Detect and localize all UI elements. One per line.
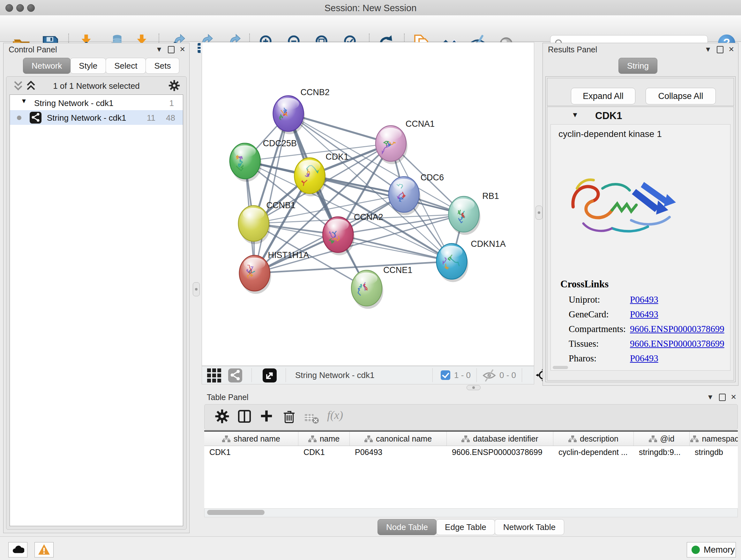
network-node-CDKN1A[interactable]: CDKN1A xyxy=(436,239,506,282)
crosslink-row: Tissues:9606.ENSP00000378699 xyxy=(551,338,730,353)
network-share-icon[interactable] xyxy=(228,368,242,382)
memory-button[interactable]: Memory xyxy=(687,542,736,557)
column-header-name[interactable]: name xyxy=(298,432,350,446)
tree-expander-icon[interactable]: ▼ xyxy=(21,98,27,105)
current-network-name: String Network - cdk1 xyxy=(295,370,375,380)
tab-network-table[interactable]: Network Table xyxy=(495,519,564,535)
node-label: CCNB1 xyxy=(266,200,295,210)
node-result-section: ▼ CDK1 cyclin-dependent kinase 1 CrossLi… xyxy=(547,107,734,381)
column-header-label: shared name xyxy=(233,434,280,443)
network-collection-label: String Network - cdk1 xyxy=(34,98,114,108)
create-column-icon[interactable] xyxy=(259,408,276,426)
table-cell[interactable]: stringdb xyxy=(690,446,738,459)
column-header-canonical-name[interactable]: canonical name xyxy=(350,432,447,446)
tab-edge-table[interactable]: Edge Table xyxy=(436,519,495,535)
node-label: CCNB2 xyxy=(300,87,329,97)
tab-network[interactable]: Network xyxy=(23,58,71,74)
network-edge[interactable] xyxy=(338,235,452,261)
float-panel-icon[interactable] xyxy=(717,46,724,53)
crosslink-row: GeneCard:P06493 xyxy=(551,309,730,324)
network-node-CDC6[interactable]: CDC6 xyxy=(389,173,444,215)
crosslink-row: Pharos:P06493 xyxy=(551,353,730,368)
node-result-header[interactable]: ▼ CDK1 xyxy=(547,107,734,124)
crosslink-label: Pharos: xyxy=(569,353,596,364)
tab-node-table[interactable]: Node Table xyxy=(378,519,436,535)
network-node-CCNB2[interactable]: CCNB2 xyxy=(273,87,330,134)
tab-sets[interactable]: Sets xyxy=(145,58,179,74)
warnings-button[interactable] xyxy=(35,542,54,557)
network-edge[interactable] xyxy=(255,114,288,273)
network-row-selected[interactable]: String Network - cdk1 11 48 xyxy=(10,110,183,125)
node-label: CCNE1 xyxy=(383,265,412,275)
bottom-splitter-handle[interactable] xyxy=(467,385,481,390)
node-label: CDC6 xyxy=(421,173,444,182)
show-columns-icon[interactable] xyxy=(237,408,254,426)
left-splitter-handle[interactable] xyxy=(193,282,200,296)
column-header-namespace[interactable]: namespace xyxy=(690,432,738,446)
collection-count: 1 xyxy=(170,98,174,108)
column-header-label: canonical name xyxy=(376,434,432,443)
table-cell[interactable]: stringdb:9... xyxy=(634,446,690,459)
table-row[interactable]: CDK1CDK1P064939606.ENSP00000378699cyclin… xyxy=(204,446,738,459)
grid-mode-icon[interactable] xyxy=(207,368,221,382)
collapse-all-button[interactable]: Collapse All xyxy=(646,88,716,105)
table-hscrollbar-thumb[interactable] xyxy=(207,510,265,515)
node-result-name: CDK1 xyxy=(595,110,622,122)
column-header-shared-name[interactable]: shared name xyxy=(204,432,298,446)
crosslink-link[interactable]: P06493 xyxy=(630,353,658,364)
expand-all-button[interactable]: Expand All xyxy=(571,88,635,105)
table-cell[interactable]: 9606.ENSP00000378699 xyxy=(447,446,553,459)
window-title: Session: New Session xyxy=(0,3,741,13)
close-panel-icon[interactable]: ✕ xyxy=(180,46,185,53)
control-panel-title: Control Panel xyxy=(9,45,57,54)
crosslink-link[interactable]: 9606.ENSP00000378699 xyxy=(630,324,724,334)
table-options-gear-icon[interactable] xyxy=(214,408,231,426)
table-cell[interactable]: cyclin-dependent ... xyxy=(553,446,634,459)
close-panel-icon[interactable]: ✕ xyxy=(731,393,737,401)
collapse-panel-icon[interactable]: ▼ xyxy=(156,46,163,53)
selected-checkbox-icon[interactable] xyxy=(441,370,450,380)
tab-select[interactable]: Select xyxy=(106,58,146,74)
node-label: CDC25B xyxy=(263,138,297,148)
node-label: RB1 xyxy=(482,191,499,201)
column-header-label: database identifier xyxy=(473,434,538,443)
collapse-panel-icon[interactable]: ▼ xyxy=(704,46,712,53)
view-dot-icon xyxy=(17,116,21,120)
crosslink-row: Uniprot:P06493 xyxy=(551,294,730,309)
right-splitter-handle[interactable] xyxy=(536,206,542,220)
selected-counts: 1 - 0 xyxy=(454,370,471,380)
network-node-CCNE1[interactable]: CCNE1 xyxy=(351,265,412,309)
table-panel-title: Table Panel xyxy=(207,393,249,402)
node-description: cyclin-dependent kinase 1 xyxy=(558,129,662,139)
network-selection-summary: 1 of 1 Network selected xyxy=(6,81,186,91)
table-cell[interactable]: P06493 xyxy=(350,446,447,459)
tab-style[interactable]: Style xyxy=(70,58,106,74)
section-expander-icon[interactable]: ▼ xyxy=(571,111,579,119)
network-options-gear-icon[interactable] xyxy=(168,79,181,92)
crosslink-link[interactable]: 9606.ENSP00000378699 xyxy=(630,338,724,349)
network-node-CDK1[interactable]: CDK1 xyxy=(294,152,348,196)
titlebar: Session: New Session xyxy=(0,0,741,16)
table-cell[interactable]: CDK1 xyxy=(298,446,350,459)
network-collection-row[interactable]: ▼ String Network - cdk1 1 xyxy=(10,96,183,110)
cloud-status-button[interactable] xyxy=(8,542,27,557)
float-panel-icon[interactable] xyxy=(168,46,175,53)
network-label: String Network - cdk1 xyxy=(47,113,126,123)
float-panel-icon[interactable] xyxy=(719,394,726,401)
content-scrollbar-thumb[interactable] xyxy=(553,366,568,369)
network-node-RB1[interactable]: RB1 xyxy=(449,191,499,235)
column-header--id[interactable]: @id xyxy=(634,432,690,446)
crosslink-link[interactable]: P06493 xyxy=(630,309,658,320)
collapse-panel-icon[interactable]: ▼ xyxy=(707,393,714,401)
edge-count: 48 xyxy=(166,113,175,123)
column-header-database-identifier[interactable]: database identifier xyxy=(447,432,553,446)
delete-columns-icon[interactable] xyxy=(281,408,298,426)
table-cell[interactable]: CDK1 xyxy=(204,446,298,459)
table-toolbar: f(x) xyxy=(204,404,738,430)
network-canvas[interactable]: CCNB2CCNA1CDC25BCDK1CDC6RB1CCNB1CCNA2CDK… xyxy=(202,42,534,366)
tab-string[interactable]: String xyxy=(618,58,657,74)
crosslink-link[interactable]: P06493 xyxy=(630,294,658,305)
column-header-description[interactable]: description xyxy=(553,432,634,446)
detach-view-icon[interactable] xyxy=(263,368,277,382)
close-panel-icon[interactable]: ✕ xyxy=(729,46,734,53)
